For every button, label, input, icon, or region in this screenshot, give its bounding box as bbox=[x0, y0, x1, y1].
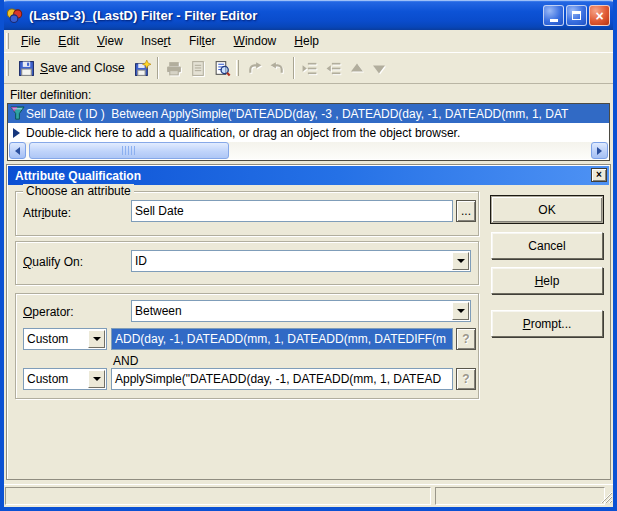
help-button[interactable]: Help bbox=[491, 267, 603, 294]
chevron-down-icon bbox=[457, 259, 465, 267]
view-sql-button[interactable] bbox=[210, 55, 234, 81]
maximize-button[interactable] bbox=[566, 5, 587, 26]
cancel-button[interactable]: Cancel bbox=[491, 232, 603, 259]
move-down-button bbox=[368, 55, 390, 81]
qualify-on-dropdown-button[interactable] bbox=[452, 252, 469, 270]
undo-button bbox=[242, 55, 266, 81]
menu-edit[interactable]: Edit bbox=[49, 31, 88, 52]
menu-view[interactable]: View bbox=[88, 31, 132, 52]
scroll-right-icon bbox=[597, 147, 602, 155]
qualification-row[interactable]: Sell Date ( ID ) Between ApplySimple("DA… bbox=[8, 104, 609, 123]
horizontal-scrollbar[interactable] bbox=[9, 142, 608, 159]
menu-filter[interactable]: Filter bbox=[180, 31, 225, 52]
cancel-label: Cancel bbox=[528, 239, 565, 253]
scroll-right-button[interactable] bbox=[591, 142, 608, 159]
attribute-label: Attribute: bbox=[23, 206, 71, 220]
value2-text: ApplySimple("DATEADD(day, -1, DATEADD(mm… bbox=[115, 372, 441, 386]
prompt-button[interactable]: Prompt... bbox=[491, 310, 603, 337]
ok-button[interactable]: OK bbox=[491, 196, 603, 223]
qualification-text: Sell Date ( ID ) Between ApplySimple("DA… bbox=[26, 107, 568, 121]
operator-value: Between bbox=[135, 304, 182, 318]
save-icon bbox=[18, 60, 35, 77]
row-arrow-icon bbox=[13, 128, 20, 138]
menu-insert[interactable]: Insert bbox=[132, 31, 180, 52]
operator-dropdown-button[interactable] bbox=[452, 302, 469, 320]
toolbar-grip-2[interactable] bbox=[236, 60, 239, 76]
outdent-button bbox=[322, 55, 346, 81]
outdent-icon bbox=[325, 60, 343, 77]
up-arrow-icon bbox=[349, 60, 365, 77]
question-icon: ? bbox=[462, 332, 469, 346]
and-label: AND bbox=[113, 354, 138, 368]
value1-field[interactable]: ADD(day, -1, DATEADD(mm, 1, DATEADD(mm, … bbox=[111, 328, 453, 350]
browse-label: ... bbox=[461, 204, 471, 218]
attribute-browse-button[interactable]: ... bbox=[456, 200, 476, 222]
attribute-qualification-dialog: Attribute Qualification × Choose an attr… bbox=[6, 164, 611, 480]
toolbar-separator bbox=[157, 57, 159, 79]
ok-label: OK bbox=[538, 203, 555, 217]
help-label: Help bbox=[535, 274, 560, 288]
scrollbar-thumb[interactable] bbox=[29, 142, 229, 159]
value2-type-dropdown-button[interactable] bbox=[88, 370, 105, 388]
menu-bar: File Edit View Insert Filter Window Help bbox=[4, 30, 613, 52]
attribute-value: Sell Date bbox=[135, 204, 184, 218]
sql-preview-icon bbox=[213, 60, 231, 77]
document-icon bbox=[189, 60, 207, 77]
operator-label: Operator: bbox=[23, 305, 74, 319]
value1-type-dropdown-button[interactable] bbox=[88, 330, 105, 348]
save-as-button[interactable] bbox=[131, 55, 154, 81]
menu-window[interactable]: Window bbox=[225, 31, 286, 52]
chevron-down-icon bbox=[457, 309, 465, 317]
close-icon: × bbox=[595, 9, 603, 23]
menu-help[interactable]: Help bbox=[285, 31, 328, 52]
dialog-title-bar: Attribute Qualification bbox=[8, 166, 609, 185]
dialog-close-icon: × bbox=[596, 170, 602, 180]
toolbar-grip[interactable] bbox=[6, 60, 9, 76]
scrollbar-grip bbox=[122, 146, 136, 155]
value1-type-combobox[interactable]: Custom bbox=[23, 328, 107, 350]
scroll-left-button[interactable] bbox=[9, 142, 26, 159]
prompt-label: Prompt... bbox=[523, 317, 572, 331]
value2-type: Custom bbox=[27, 372, 68, 386]
qualify-on-combobox[interactable]: ID bbox=[131, 250, 471, 272]
filter-definition-list: Sell Date ( ID ) Between ApplySimple("DA… bbox=[7, 103, 610, 161]
dialog-title: Attribute Qualification bbox=[15, 169, 141, 183]
resize-grip[interactable] bbox=[599, 490, 612, 503]
qualify-on-value: ID bbox=[135, 254, 147, 268]
question-icon: ? bbox=[462, 372, 469, 386]
dialog-close-button[interactable]: × bbox=[591, 168, 607, 182]
choose-attribute-caption: Choose an attribute bbox=[23, 184, 134, 198]
move-up-button bbox=[346, 55, 368, 81]
down-arrow-icon bbox=[371, 60, 387, 77]
value1-text: ADD(day, -1, DATEADD(mm, 1, DATEADD(mm, … bbox=[115, 332, 446, 346]
value2-prompt-button: ? bbox=[456, 368, 476, 390]
add-qualification-hint: Double-click here to add a qualification… bbox=[26, 126, 460, 140]
print-button bbox=[162, 55, 186, 81]
menu-grip[interactable] bbox=[6, 33, 9, 49]
title-bar: (LastD-3)_(LastD) Filter - Filter Editor… bbox=[0, 0, 617, 30]
toolbar: Save and Close bbox=[4, 52, 613, 84]
app-icon bbox=[6, 7, 23, 24]
chevron-down-icon bbox=[93, 337, 101, 345]
undo-icon bbox=[245, 60, 263, 77]
close-button[interactable]: × bbox=[589, 5, 610, 26]
value2-field[interactable]: ApplySimple("DATEADD(day, -1, DATEADD(mm… bbox=[111, 368, 453, 390]
menu-file[interactable]: File bbox=[12, 31, 49, 52]
minimize-button[interactable] bbox=[543, 5, 564, 26]
qualify-on-label: Qualify On: bbox=[23, 255, 83, 269]
save-as-icon bbox=[134, 60, 151, 77]
attribute-field[interactable]: Sell Date bbox=[131, 200, 453, 222]
add-qualification-row[interactable]: Double-click here to add a qualification… bbox=[8, 123, 609, 142]
status-pane-left bbox=[5, 487, 431, 505]
redo-icon bbox=[269, 60, 287, 77]
save-and-close-label: Save and Close bbox=[40, 61, 125, 75]
printer-icon bbox=[165, 60, 183, 77]
operator-combobox[interactable]: Between bbox=[131, 300, 471, 322]
filter-definition-label: Filter definition: bbox=[10, 88, 91, 102]
value2-type-combobox[interactable]: Custom bbox=[23, 368, 107, 390]
status-pane-right bbox=[435, 487, 605, 505]
value1-type: Custom bbox=[27, 332, 68, 346]
save-and-close-button[interactable]: Save and Close bbox=[12, 55, 131, 81]
minimize-icon bbox=[550, 19, 558, 22]
filter-funnel-icon bbox=[10, 106, 25, 121]
